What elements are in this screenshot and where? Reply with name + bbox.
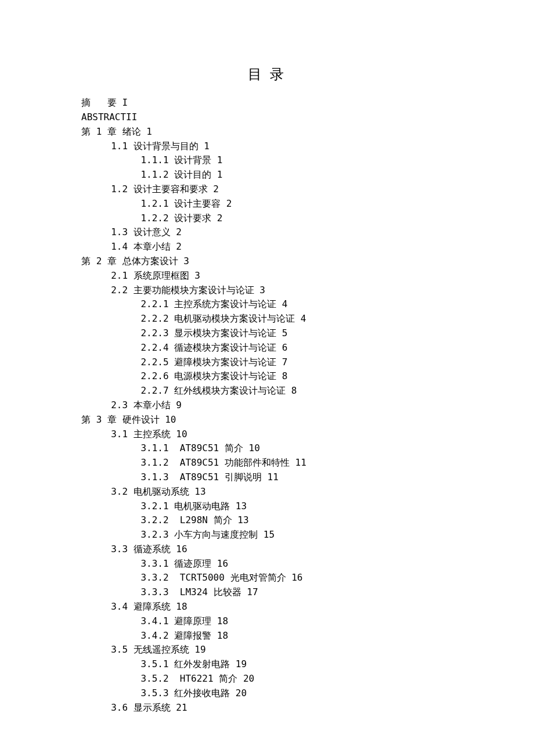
toc-entry: 3.3.2 TCRT5000 光电对管简介 16 [81, 571, 453, 585]
table-of-contents: 摘 要 IABSTRACTII第 1 章 绪论 11.1 设计背景与目的 11.… [81, 96, 453, 715]
toc-entry: 第 2 章 总体方案设计 3 [81, 254, 453, 269]
toc-entry: 1.2 设计主要容和要求 2 [81, 182, 453, 197]
toc-entry: 3.3.3 LM324 比较器 17 [81, 585, 453, 600]
toc-entry: 2.2.2 电机驱动模块方案设计与论证 4 [81, 312, 453, 326]
toc-entry: 2.2.4 循迹模块方案设计与论证 6 [81, 341, 453, 355]
toc-entry: 3.6 显示系统 21 [81, 701, 453, 715]
toc-entry: 1.1 设计背景与目的 1 [81, 139, 453, 154]
toc-entry: 2.2.5 避障模块方案设计与论证 7 [81, 355, 453, 370]
toc-entry: 3.1.2 AT89C51 功能部件和特性 11 [81, 456, 453, 470]
toc-entry: 1.2.1 设计主要容 2 [81, 197, 453, 211]
toc-entry: 1.1.2 设计目的 1 [81, 168, 453, 182]
toc-entry: 2.2.7 红外线模块方案设计与论证 8 [81, 384, 453, 398]
toc-entry: 3.2.1 电机驱动电路 13 [81, 499, 453, 514]
toc-entry: 3.2.3 小车方向与速度控制 15 [81, 528, 453, 542]
toc-entry: 摘 要 I [81, 96, 453, 110]
toc-entry: 2.2.3 显示模块方案设计与论证 5 [81, 326, 453, 341]
toc-entry: 3.1 主控系统 10 [81, 427, 453, 442]
toc-entry: 2.2.6 电源模块方案设计与论证 8 [81, 369, 453, 384]
toc-entry: 3.5 无线遥控系统 19 [81, 643, 453, 657]
toc-entry: 3.2 电机驱动系统 13 [81, 485, 453, 499]
toc-entry: 2.1 系统原理框图 3 [81, 269, 453, 283]
toc-entry: 3.5.3 红外接收电路 20 [81, 686, 453, 701]
toc-entry: 1.4 本章小结 2 [81, 240, 453, 254]
toc-entry: 3.1.1 AT89C51 简介 10 [81, 441, 453, 456]
toc-entry: 3.4.1 避障原理 18 [81, 614, 453, 629]
document-title: 目 录 [81, 64, 453, 85]
toc-entry: ABSTRACTII [81, 110, 453, 125]
toc-entry: 3.3 循迹系统 16 [81, 542, 453, 557]
toc-entry: 2.2.1 主控系统方案设计与论证 4 [81, 297, 453, 312]
toc-entry: 第 1 章 绪论 1 [81, 125, 453, 139]
toc-entry: 3.1.3 AT89C51 引脚说明 11 [81, 470, 453, 485]
toc-entry: 1.2.2 设计要求 2 [81, 211, 453, 226]
toc-entry: 1.3 设计意义 2 [81, 225, 453, 240]
toc-entry: 3.4.2 避障报警 18 [81, 629, 453, 643]
toc-entry: 3.4 避障系统 18 [81, 600, 453, 614]
toc-entry: 第 3 章 硬件设计 10 [81, 413, 453, 427]
toc-entry: 3.3.1 循迹原理 16 [81, 557, 453, 571]
toc-entry: 2.2 主要功能模块方案设计与论证 3 [81, 283, 453, 298]
toc-entry: 2.3 本章小结 9 [81, 398, 453, 413]
toc-entry: 3.5.1 红外发射电路 19 [81, 657, 453, 672]
document-page: 目 录 摘 要 IABSTRACTII第 1 章 绪论 11.1 设计背景与目的… [0, 0, 534, 756]
toc-entry: 3.2.2 L298N 简介 13 [81, 513, 453, 528]
toc-entry: 3.5.2 HT6221 简介 20 [81, 672, 453, 686]
toc-entry: 1.1.1 设计背景 1 [81, 153, 453, 168]
